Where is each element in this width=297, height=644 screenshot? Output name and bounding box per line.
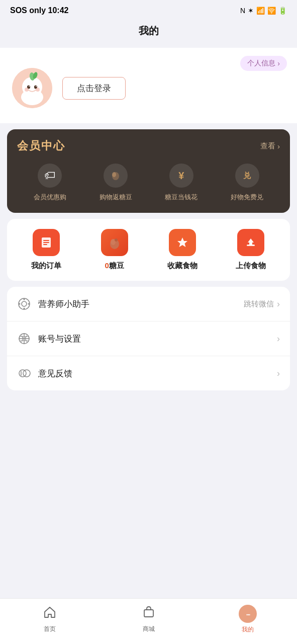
svg-point-26 [24,308,25,309]
svg-point-30 [19,370,26,377]
svg-rect-14 [43,240,49,241]
status-time: SOS only 10:42 [10,6,69,15]
feedback-label: 意见反馈 [38,368,277,379]
svg-point-19 [115,238,118,242]
svg-marker-20 [177,237,187,247]
menu-item-feedback[interactable]: 意见反馈 › [7,356,290,390]
quick-actions: 我的订单 0糖豆 收藏食物 [7,219,290,281]
nutritionist-label: 营养师小助手 [38,298,244,310]
bean-return-label: 购物返糖豆 [100,193,132,202]
member-icons: 🏷 会员优惠购 购物返糖豆 ¥ 糖豆当钱花 兑 好物免费兑 [17,164,280,202]
svg-point-27 [19,303,21,305]
mine-label: 我的 [242,625,254,634]
nfc-icon: N [240,7,245,15]
shop-icon [142,605,156,622]
bluetooth-icon: ✶ [248,7,254,15]
profile-section: 个人信息 › [0,48,297,123]
profile-row: 点击登录 [12,68,285,108]
feedback-icon [17,366,31,380]
login-button[interactable]: 点击登录 [62,77,126,100]
page-title: 我的 [0,19,297,48]
svg-marker-22 [248,238,254,245]
upload-foods-action[interactable]: 上传食物 [217,229,285,271]
upload-label: 上传食物 [236,261,266,271]
member-redeem-item[interactable]: 兑 好物免费兑 [214,164,280,202]
svg-point-25 [24,299,25,300]
bottom-nav: 首页 商城 ··· 我的 [0,598,297,644]
my-orders-action[interactable]: 我的订单 [12,229,80,271]
svg-point-8 [36,86,37,87]
redeem-icon: 兑 [235,164,259,188]
nav-mine[interactable]: ··· 我的 [198,605,297,634]
status-icons: N ✶ 📶 🛜 🔋 [240,7,287,15]
member-title: 会员中心 [17,138,65,153]
nav-shop[interactable]: 商城 [99,605,198,634]
money-icon: ¥ [169,164,193,188]
discount-label: 会员优惠购 [34,193,66,202]
beans-icon [101,229,128,256]
shop-label: 商城 [143,625,155,633]
nutritionist-icon [17,297,31,311]
sugar-beans-action[interactable]: 0糖豆 [80,229,149,271]
member-view-button[interactable]: 查看 › [260,141,280,151]
menu-item-account[interactable]: 账号与设置 › [7,321,290,356]
chevron-right-icon: › [277,142,280,150]
favorite-foods-action[interactable]: 收藏食物 [149,229,217,271]
avatar-image [12,68,52,108]
menu-item-nutritionist[interactable]: 营养师小助手 跳转微信 › [7,287,290,321]
member-discount-item[interactable]: 🏷 会员优惠购 [17,164,83,202]
battery-icon: 🔋 [278,7,287,15]
svg-point-10 [36,88,40,92]
status-bar: SOS only 10:42 N ✶ 📶 🛜 🔋 [0,0,297,19]
account-label: 账号与设置 [38,333,277,345]
wifi-icon: 🛜 [267,7,276,15]
home-label: 首页 [44,625,56,633]
feedback-right: › [277,368,280,379]
member-bean-item[interactable]: 购物返糖豆 [83,164,149,202]
bean-icon [104,164,128,188]
svg-point-7 [29,86,30,87]
personal-info-button[interactable]: 个人信息 › [240,56,287,71]
beans-label: 0糖豆 [105,261,124,271]
orders-label: 我的订单 [31,261,61,271]
home-icon [43,605,57,622]
upload-icon [237,229,264,256]
discount-icon: 🏷 [38,164,62,188]
svg-point-28 [28,303,30,305]
chevron-right-icon: › [277,334,280,344]
chevron-right-icon: › [277,368,280,379]
mine-icon-bubble: ··· [239,605,257,623]
account-right: › [277,334,280,344]
favorite-label: 收藏食物 [167,261,197,271]
member-money-item[interactable]: ¥ 糖豆当钱花 [149,164,215,202]
wechat-jump-label: 跳转微信 › [244,299,280,309]
svg-point-12 [112,172,116,177]
svg-rect-15 [43,242,49,243]
orders-icon [33,229,60,256]
money-label: 糖豆当钱花 [165,193,197,202]
member-header: 会员中心 查看 › [17,138,280,153]
nav-home[interactable]: 首页 [0,605,99,634]
account-icon [17,332,31,346]
favorite-icon [169,229,196,256]
beans-count: 0 [105,261,109,270]
member-card: 会员中心 查看 › 🏷 会员优惠购 购物返糖豆 ¥ [7,129,290,213]
svg-rect-33 [144,610,153,617]
signal-icon: 📶 [256,7,265,15]
chevron-right-icon: › [277,59,280,67]
redeem-label: 好物免费兑 [231,193,263,202]
svg-point-9 [25,88,29,92]
svg-rect-16 [43,244,47,245]
svg-point-24 [22,301,27,306]
mine-bubble-dots: ··· [246,608,250,620]
chevron-right-icon: › [277,299,280,309]
svg-point-31 [23,370,30,377]
menu-list: 营养师小助手 跳转微信 › 账号与设置 › [7,287,290,390]
avatar [12,68,52,108]
